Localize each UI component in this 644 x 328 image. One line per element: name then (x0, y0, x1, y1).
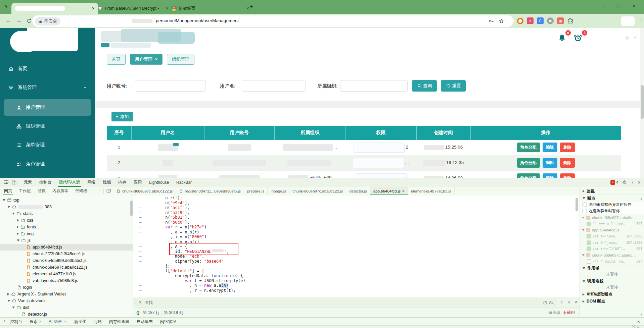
find-previous-icon[interactable]: ∧ (560, 300, 563, 305)
devtools-settings-gear-icon[interactable] (622, 180, 627, 185)
action-edit-button[interactable]: 编辑 (543, 173, 557, 178)
page-scrollbar[interactable] (640, 28, 644, 178)
pause-checkbox-row[interactable]: 在遇到异常时暂停 (580, 208, 644, 214)
section-header-调用堆栈[interactable]: 调用堆栈 (580, 278, 644, 285)
ext-translate-pink-icon[interactable]: 文 (527, 17, 534, 24)
find-close-icon[interactable]: × (575, 299, 578, 305)
action-role-assign-button[interactable]: 角色分配 (517, 143, 540, 152)
action-delete-button[interactable]: 删除 (560, 173, 575, 178)
tab-close-icon[interactable]: × (246, 6, 249, 11)
drawer-tab-新变化[interactable]: 新变化 (74, 319, 86, 325)
tree-row[interactable]: top (0, 197, 133, 204)
file-tab[interactable]: chunk-d68e697c.aba0c122.js (113, 187, 176, 195)
editor-scrollbar-thumb[interactable] (576, 198, 578, 211)
breakpoint-checkbox-icon[interactable]: ✓ (587, 240, 591, 245)
checkbox-icon[interactable] (583, 209, 587, 213)
reset-button[interactable]: 重置 (441, 80, 466, 92)
pause-checkbox-row[interactable]: 遇到未捕获的异常时暂停 (580, 202, 644, 208)
ext-gray-icon[interactable]: ✽ (547, 17, 554, 24)
devtools-tab-Lighthouse[interactable]: Lighthouse (147, 178, 171, 187)
tree-row[interactable]: img (0, 230, 133, 237)
file-tab[interactable]: detector.js (346, 187, 370, 195)
breakpoint-checkbox-icon[interactable]: ✓ (587, 247, 591, 251)
action-role-assign-button[interactable]: 角色分配 (517, 173, 540, 178)
pretty-print-icon[interactable]: {} (136, 310, 139, 315)
file-tab-close-icon[interactable]: × (402, 189, 405, 194)
drawer-tab-搜索[interactable]: 搜索× (30, 319, 41, 325)
tree-row[interactable]: js (0, 237, 133, 244)
forward-button[interactable]: → (16, 17, 22, 24)
devtools-tab-元素[interactable]: 元素 (21, 178, 34, 187)
devtools-tab-性能[interactable]: 性能 (100, 178, 113, 187)
sources-subtab[interactable]: 内容脚本 (50, 187, 71, 195)
breakpoint-entry[interactable]: ✓var t="janu…187:3092 (580, 233, 644, 240)
action-role-assign-button[interactable]: 角色分配 (517, 158, 540, 168)
tree-row[interactable]: vab-layouts.a75989d8.js (0, 277, 133, 284)
devtools-tab-控制台[interactable]: 控制台 (37, 178, 54, 187)
browser-menu-icon[interactable]: ⋮ (639, 17, 644, 23)
reload-button[interactable] (26, 18, 32, 24)
case-toggle[interactable]: Aa (549, 300, 553, 305)
tree-row[interactable]: fonts (0, 224, 133, 230)
action-edit-button[interactable]: 编辑 (543, 158, 557, 168)
drawer-tab-自动填充[interactable]: 自动填充 (137, 319, 153, 325)
key-icon[interactable] (488, 18, 494, 24)
page-scrollbar-thumb[interactable] (641, 85, 644, 119)
tree-row[interactable]: app.b6484fcd.js (0, 244, 133, 251)
user-menu-chevron-icon[interactable] (633, 35, 638, 40)
sidebar-item-5[interactable]: 菜单管理 (16, 140, 45, 150)
tree-row[interactable]: Argent X - Starknet Wallet (0, 291, 133, 297)
devtools-tab-HackBar[interactable]: HackBar (174, 178, 194, 187)
sources-subtab[interactable]: 网页 (2, 187, 14, 195)
drawer-kebab-icon[interactable]: ⋮ (3, 319, 7, 324)
devtools-menu-icon[interactable]: ⋮ (630, 180, 634, 185)
sources-more-icon[interactable]: ⋮ (98, 188, 102, 193)
avatar[interactable] (621, 16, 635, 26)
tree-row[interactable]: detector.js (0, 311, 133, 317)
breakpoint-entry[interactable]: /*! * build: vue-…397 (580, 258, 644, 265)
file-tab[interactable]: chunk-d68e697c.aba0c122.js (289, 187, 346, 195)
new-tab-button[interactable]: + (250, 4, 253, 10)
page-tab-close-icon[interactable]: × (155, 57, 157, 62)
address-bar[interactable]: 不安全 personnelManagement/userManagement (32, 15, 514, 27)
tree-row[interactable]: chunk-d68e697c.aba0c122.js (0, 264, 133, 271)
file-tab[interactable]: prepare.js (244, 187, 268, 195)
watch-section-header[interactable]: 监视 (580, 188, 644, 195)
security-chip[interactable]: 不安全 (35, 17, 60, 25)
sources-subtab[interactable]: 工作区 (17, 187, 33, 195)
breakpoint-file-header[interactable]: app.b6484fcd.js (580, 227, 644, 233)
org-select[interactable] (340, 80, 408, 92)
error-count[interactable]: × 4 (610, 180, 619, 185)
section-header-DOM 断点[interactable]: DOM 断点 (580, 298, 644, 305)
devtools-tab-源代码/来源[interactable]: 源代码/来源 (56, 178, 82, 187)
tree-row[interactable]: Vue.js devtools (0, 297, 133, 304)
sidebar-scroll-down-icon[interactable]: ▼ (640, 313, 643, 316)
find-input[interactable] (144, 300, 541, 305)
ext-orange-icon[interactable] (517, 18, 523, 24)
section-header-作用域[interactable]: 作用域 (580, 265, 644, 272)
device-toolbar-icon[interactable] (11, 180, 17, 185)
action-delete-button[interactable]: 删除 (560, 143, 575, 152)
devtools-close-icon[interactable]: × (638, 179, 641, 185)
file-tab[interactable]: element-ui.4b77e1b3.js (408, 187, 455, 195)
tree-row[interactable]: css (0, 217, 133, 224)
breakpoint-entry[interactable]: ✓var r=n("1fb5"),a…551 (580, 246, 644, 252)
checkbox-icon[interactable] (583, 203, 587, 207)
extensions-puzzle-icon[interactable] (567, 18, 573, 24)
bookmark-star-icon[interactable] (498, 18, 504, 24)
drawer-close-icon[interactable]: × (637, 319, 640, 324)
page-tab[interactable]: 首页 (107, 54, 126, 65)
browser-tab[interactable]: From Base64, SM4 Decrypt -× (94, 3, 172, 14)
file-tab[interactable]: app.b6484fcd.js× (370, 187, 408, 195)
window-close-button[interactable]: × (627, 1, 642, 11)
tree-row[interactable]: chunk-2f73b0b2.3f45cee1.js (0, 251, 133, 257)
action-edit-button[interactable]: 编辑 (543, 143, 557, 152)
regex-toggle[interactable]: (*) (543, 300, 547, 305)
sidebar-item-3[interactable]: 用户管理 (16, 102, 45, 112)
sidebar-item-1[interactable]: 首页 (8, 64, 27, 74)
back-button[interactable]: ← (5, 17, 11, 24)
maximize-button[interactable]: □ (611, 1, 627, 11)
sources-subtab[interactable]: 代码段 (73, 187, 89, 195)
tree-row[interactable]: 083 (0, 204, 133, 210)
search-button[interactable]: 查询 (412, 80, 437, 92)
